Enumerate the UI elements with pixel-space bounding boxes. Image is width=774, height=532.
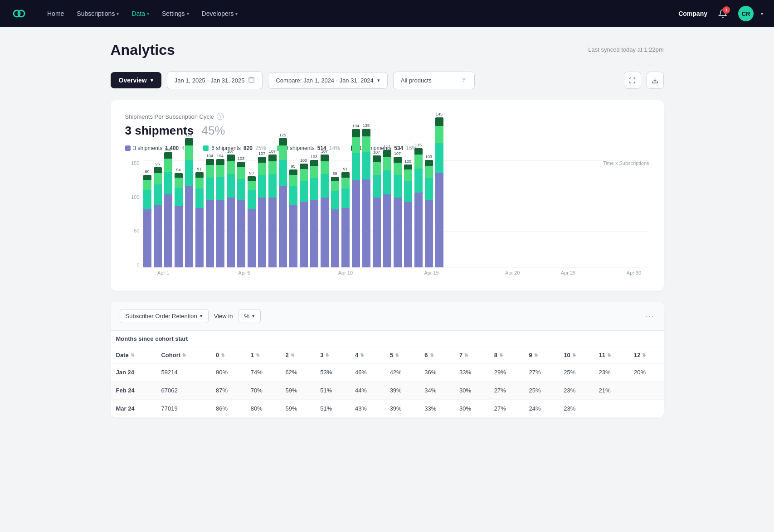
table-cell: 42% (385, 363, 419, 382)
notifications-button[interactable]: 1 (715, 5, 731, 22)
date-range-picker[interactable]: Jan 1, 2025 - Jan 31, 2025 (167, 71, 263, 89)
toolbar: Overview ▾ Jan 1, 2025 - Jan 31, 2025 Co… (111, 71, 664, 89)
notification-badge: 1 (723, 6, 730, 14)
bar-segment (373, 155, 381, 162)
stacked-bar: 104 (206, 159, 214, 267)
stacked-bar: 125 (279, 138, 287, 267)
retention-table-section: Subscriber Order Retention ▾ View in % ▾… (111, 302, 664, 418)
nav-developers[interactable]: Developers ▾ (196, 6, 243, 21)
bar-segment (352, 129, 360, 137)
bar-group: 135 (362, 129, 370, 267)
stacked-bar: 91 (341, 172, 350, 267)
bar-group: 104 (216, 159, 224, 267)
overview-button[interactable]: Overview ▾ (111, 72, 161, 88)
bar-group: 94 (175, 173, 183, 267)
bar-segment (195, 172, 204, 178)
bar-segment (341, 178, 350, 189)
x-axis-label: Apr 30 (627, 270, 641, 276)
bar-segment (404, 169, 412, 181)
bar-value-label: 107 (394, 151, 401, 156)
sync-status: Last synced today at 1:22pm (588, 46, 663, 53)
nav-data[interactable]: Data ▾ (126, 6, 155, 21)
y-axis-tick: 50 (125, 228, 140, 233)
retention-table: Months since cohort start Date⇅Cohort⇅0⇅… (111, 331, 664, 418)
stacked-bar: 125 (185, 138, 193, 267)
retention-selector[interactable]: Subscriber Order Retention ▾ (120, 309, 209, 323)
svg-point-1 (18, 10, 24, 17)
download-button[interactable] (647, 72, 664, 89)
nav-home[interactable]: Home (42, 6, 69, 21)
bar-segment (154, 173, 162, 185)
table-header-4: 4⇅ (350, 347, 385, 363)
compare-picker[interactable]: Compare: Jan 1, 2024 - Jan 31, 2024 ▾ (268, 72, 387, 89)
page-header: Analytics Last synced today at 1:22pm (111, 42, 664, 58)
stacked-bar: 145 (435, 117, 443, 267)
bar-value-label: 107 (227, 149, 234, 154)
stacked-bar: 95 (289, 169, 297, 267)
expand-icon (629, 77, 636, 84)
bar-group: 103 (310, 160, 318, 267)
bar-group: 95 (154, 167, 162, 267)
bar-segment (289, 175, 297, 186)
bar-value-label: 94 (176, 168, 180, 172)
bar-segment (237, 200, 245, 267)
nav-settings[interactable]: Settings ▾ (156, 6, 195, 21)
table-header-3: 3⇅ (315, 347, 350, 363)
chart-headline: 3 shipments 45% (125, 124, 649, 138)
bar-segment (414, 193, 423, 267)
table-cell: Jan 24 (111, 363, 156, 382)
bar-segment (227, 174, 235, 198)
legend-item: 3 shipments 1,400 45% (125, 145, 193, 151)
navbar: Home Subscriptions ▾ Data ▾ Settings ▾ D… (0, 0, 774, 27)
x-axis-label: Apr 1 (157, 270, 169, 276)
bar-segment (310, 178, 318, 200)
more-options-button[interactable]: ··· (645, 311, 654, 321)
bar-segment (258, 163, 266, 175)
bar-group: 100 (404, 164, 412, 267)
x-axis-label: Apr 25 (561, 270, 575, 276)
bar-group: 125 (279, 138, 287, 267)
bar-segment (331, 177, 339, 181)
bar-segment (216, 165, 224, 177)
bar-group: 107 (227, 155, 235, 267)
view-in-selector[interactable]: % ▾ (238, 309, 261, 323)
logo[interactable] (11, 5, 27, 22)
avatar-chevron-icon[interactable]: ▾ (761, 11, 763, 16)
bar-value-label: 125 (279, 133, 286, 137)
stacked-bar: 89 (143, 175, 151, 267)
bar-segment (143, 175, 151, 180)
table-cell: 27% (489, 382, 524, 400)
bar-segment (175, 188, 183, 206)
stacked-bar: 107 (321, 155, 329, 267)
bar-segment (331, 181, 339, 191)
bar-group: 107 (394, 157, 402, 267)
products-filter[interactable]: All products (393, 72, 475, 89)
avatar[interactable]: CR (738, 6, 754, 21)
bar-segment (321, 155, 329, 161)
bar-segment (352, 137, 360, 153)
download-icon (652, 77, 658, 84)
table-header-6: 6⇅ (419, 347, 454, 363)
nav-subscriptions[interactable]: Subscriptions ▾ (71, 6, 124, 21)
bar-segment (268, 174, 277, 198)
stacked-bar: 103 (310, 160, 318, 267)
bar-segment (164, 152, 172, 159)
bar-group: 112 (383, 150, 391, 267)
table-cell: 70% (245, 382, 280, 400)
table-toolbar: Subscriber Order Retention ▾ View in % ▾… (111, 302, 664, 331)
x-axis-label: Apr 15 (424, 270, 438, 276)
bar-segment (164, 172, 172, 194)
chart-info-icon[interactable]: i (217, 113, 224, 120)
table-cell: 34% (419, 382, 454, 400)
bar-segment (237, 167, 245, 179)
bar-group: 89 (143, 175, 151, 267)
stacked-bar: 107 (258, 157, 266, 267)
shipments-chart-card: Shipments Per Subscription Cycle i 3 shi… (111, 100, 664, 291)
bar-segment (383, 170, 391, 194)
table-cell: 77019 (156, 400, 210, 418)
table-header-10: 10⇅ (558, 347, 593, 363)
bar-segment (195, 189, 204, 208)
table-header-5: 5⇅ (385, 347, 419, 363)
expand-button[interactable] (624, 72, 641, 89)
bar-group: 134 (352, 129, 360, 267)
